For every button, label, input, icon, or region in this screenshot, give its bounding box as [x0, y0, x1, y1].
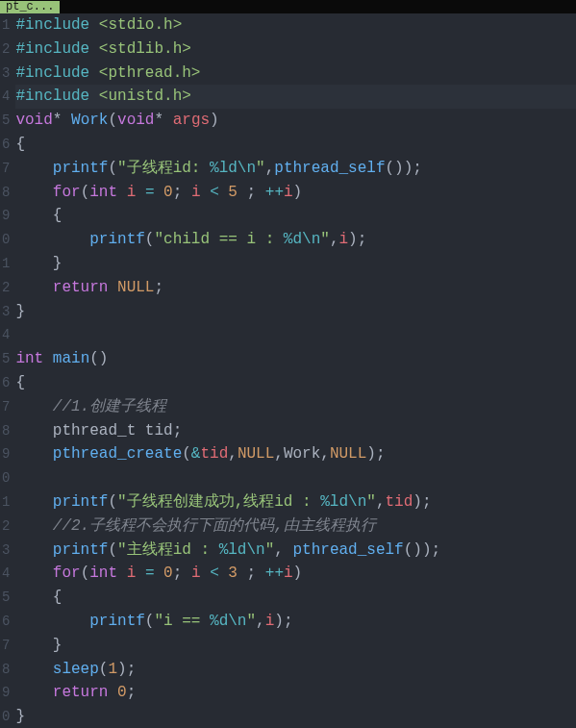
- code-line: pthread_t tid;: [15, 419, 576, 443]
- code-line: printf("子线程创建成功,线程id : %ld\n",tid);: [15, 490, 576, 515]
- line-number: 3: [2, 300, 10, 324]
- line-number: 6: [2, 371, 10, 395]
- code-line: printf("i == %d\n",i);: [15, 610, 576, 634]
- code-editor[interactable]: 1 2 3 4 5 6 7 8 9 0 1 2 3 4 5 6 7 8 9 0 …: [0, 13, 576, 728]
- code-line: {: [15, 204, 576, 228]
- code-line: }: [15, 634, 576, 658]
- line-number: 7: [2, 634, 10, 658]
- line-number: 9: [2, 204, 10, 228]
- code-line: [15, 466, 576, 490]
- code-line: int main(): [15, 347, 576, 371]
- code-line: return 0;: [15, 681, 576, 705]
- line-number: 1: [2, 490, 10, 515]
- line-number: 6: [2, 133, 10, 157]
- code-line: for(int i = 0; i < 5 ; ++i): [15, 181, 576, 205]
- line-number: 5: [2, 586, 10, 610]
- line-number: 1: [2, 252, 10, 276]
- code-line: printf("child == i : %d\n",i);: [15, 228, 576, 252]
- code-line: {: [15, 133, 576, 157]
- line-number: 0: [2, 705, 10, 728]
- line-number: 3: [2, 62, 10, 86]
- line-number: 2: [2, 38, 10, 62]
- line-number: 6: [2, 610, 10, 634]
- code-line: }: [15, 252, 576, 276]
- line-number: 0: [2, 228, 10, 252]
- code-area[interactable]: #include <stdio.h> #include <stdlib.h> #…: [13, 13, 576, 728]
- code-line: printf("主线程id : %ld\n", pthread_self());: [15, 539, 576, 563]
- code-line: return NULL;: [15, 276, 576, 300]
- code-line: //1.创建子线程: [15, 395, 576, 419]
- line-number: 3: [2, 539, 10, 563]
- tab-bar: pt_c...: [0, 0, 576, 13]
- line-number: 2: [2, 276, 10, 300]
- line-number: 5: [2, 109, 10, 133]
- line-number: 8: [2, 419, 10, 443]
- code-line: {: [15, 586, 576, 610]
- code-line: void* Work(void* args): [15, 109, 576, 133]
- code-line: }: [15, 300, 576, 324]
- line-number: 4: [2, 323, 10, 347]
- code-line: #include <stdio.h>: [15, 13, 576, 38]
- line-number: 4: [2, 85, 10, 109]
- code-line: printf("子线程id: %ld\n",pthread_self());: [15, 157, 576, 181]
- line-gutter: 1 2 3 4 5 6 7 8 9 0 1 2 3 4 5 6 7 8 9 0 …: [0, 13, 13, 728]
- code-line: for(int i = 0; i < 3 ; ++i): [15, 562, 576, 586]
- code-line: {: [15, 371, 576, 395]
- code-line-highlighted: #include <unistd.h>: [15, 85, 576, 109]
- code-line: [15, 323, 576, 347]
- line-number: 4: [2, 562, 10, 586]
- line-number: 1: [2, 13, 10, 38]
- code-line: }: [15, 705, 576, 728]
- line-number: 9: [2, 442, 10, 466]
- code-line: //2.子线程不会执行下面的代码,由主线程执行: [15, 515, 576, 539]
- active-tab[interactable]: pt_c...: [0, 1, 60, 13]
- code-line: sleep(1);: [15, 658, 576, 682]
- code-line: #include <stdlib.h>: [15, 38, 576, 62]
- line-number: 2: [2, 515, 10, 539]
- line-number: 8: [2, 181, 10, 205]
- line-number: 5: [2, 347, 10, 371]
- line-number: 7: [2, 157, 10, 181]
- line-number: 0: [2, 466, 10, 490]
- line-number: 7: [2, 395, 10, 419]
- line-number: 8: [2, 658, 10, 682]
- line-number: 9: [2, 681, 10, 705]
- code-line: #include <pthread.h>: [15, 62, 576, 86]
- code-line: pthread_create(&tid,NULL,Work,NULL);: [15, 442, 576, 466]
